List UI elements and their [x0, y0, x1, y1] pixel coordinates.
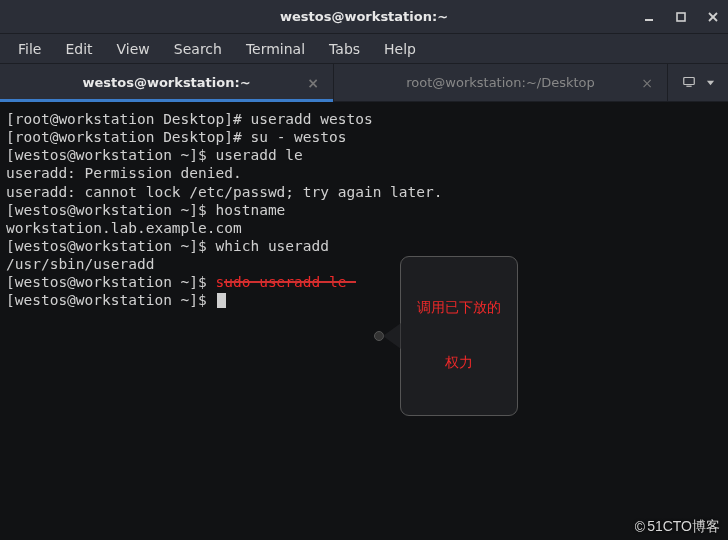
tab-close-icon[interactable]: ×: [307, 75, 319, 91]
tab-tools: [668, 64, 728, 101]
menu-file[interactable]: File: [8, 37, 51, 61]
prompt: [westos@workstation ~]$: [6, 147, 216, 163]
command: useradd westos: [250, 111, 372, 127]
tab-2[interactable]: root@workstation:~/Desktop ×: [334, 64, 668, 101]
tab-close-icon[interactable]: ×: [641, 75, 653, 91]
chevron-down-icon[interactable]: [706, 75, 715, 90]
terminal-viewport[interactable]: [root@workstation Desktop]# useradd west…: [0, 102, 728, 540]
menu-search[interactable]: Search: [164, 37, 232, 61]
terminal-prompt-line: [westos@workstation ~]$ sudo useradd le: [6, 273, 722, 291]
tab-label: root@workstation:~/Desktop: [406, 75, 595, 90]
terminal-output: useradd: cannot lock /etc/passwd; try ag…: [6, 183, 722, 201]
terminal-prompt-line: [westos@workstation ~]$ hostname: [6, 201, 722, 219]
prompt: [root@workstation Desktop]#: [6, 111, 250, 127]
titlebar: westos@workstation:~: [0, 0, 728, 34]
annotation-text-1: 调用已下放的: [417, 299, 501, 317]
tab-1[interactable]: westos@workstation:~ ×: [0, 64, 334, 101]
close-button[interactable]: [706, 10, 720, 24]
window-title: westos@workstation:~: [280, 9, 448, 24]
tab-label: westos@workstation:~: [82, 75, 250, 90]
terminal-prompt-line: [root@workstation Desktop]# useradd west…: [6, 110, 722, 128]
minimize-button[interactable]: [642, 10, 656, 24]
svg-rect-4: [683, 78, 694, 85]
terminal-output: /usr/sbin/useradd: [6, 255, 722, 273]
command: su - westos: [250, 129, 346, 145]
menu-edit[interactable]: Edit: [55, 37, 102, 61]
terminal-prompt-line: [westos@workstation ~]$: [6, 291, 722, 309]
terminal-prompt-line: [westos@workstation ~]$ which useradd: [6, 237, 722, 255]
terminal-output: workstation.lab.example.com: [6, 219, 722, 237]
window-controls: [642, 10, 720, 24]
menu-terminal[interactable]: Terminal: [236, 37, 315, 61]
menu-help[interactable]: Help: [374, 37, 426, 61]
terminal-prompt-line: [westos@workstation ~]$ useradd le: [6, 146, 722, 164]
command-underline: [224, 281, 356, 283]
command: which useradd: [216, 238, 330, 254]
command: useradd le: [216, 147, 303, 163]
menubar: File Edit View Search Terminal Tabs Help: [0, 34, 728, 64]
annotation-text-2: 权力: [417, 354, 501, 372]
broadcast-icon[interactable]: [682, 74, 696, 91]
annotation-tag: 调用已下放的 权力: [400, 256, 518, 416]
maximize-button[interactable]: [674, 10, 688, 24]
prompt: [westos@workstation ~]$: [6, 238, 216, 254]
copyright-icon: ©: [635, 519, 645, 535]
terminal-output: useradd: Permission denied.: [6, 164, 722, 182]
menu-view[interactable]: View: [107, 37, 160, 61]
menu-tabs[interactable]: Tabs: [319, 37, 370, 61]
terminal-prompt-line: [root@workstation Desktop]# su - westos: [6, 128, 722, 146]
prompt: [westos@workstation ~]$: [6, 292, 216, 308]
svg-marker-6: [706, 81, 713, 86]
command: hostname: [216, 202, 286, 218]
watermark-text: 51CTO博客: [647, 518, 720, 536]
watermark: © 51CTO博客: [635, 518, 720, 536]
annotation-callout: 调用已下放的 权力: [374, 256, 518, 416]
prompt: [root@workstation Desktop]#: [6, 129, 250, 145]
cursor-block: [217, 293, 226, 308]
prompt: [westos@workstation ~]$: [6, 274, 216, 290]
prompt: [westos@workstation ~]$: [6, 202, 216, 218]
tabbar: westos@workstation:~ × root@workstation:…: [0, 64, 728, 102]
svg-rect-1: [677, 13, 685, 21]
